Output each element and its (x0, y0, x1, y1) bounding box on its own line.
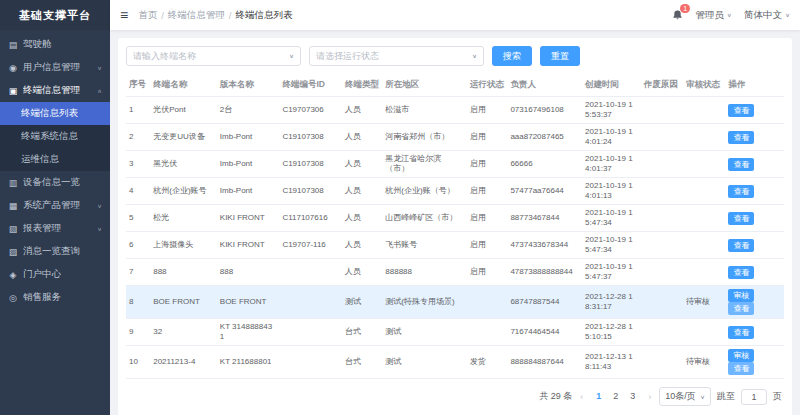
cell-reason (641, 346, 683, 379)
cell-terminal_id: C117107616 (279, 205, 342, 232)
cell-audit (683, 97, 725, 124)
sidebar-item-report[interactable]: ▧报表管理∨ (0, 217, 110, 240)
cell-name: 上海摄像头 (150, 232, 217, 259)
cell-owner: 68747887544 (507, 286, 582, 319)
hamburger-menu-icon[interactable]: ≡ (120, 8, 128, 22)
table-row[interactable]: 3黑光伏Imb-PontC19107308人员黑龙江省哈尔滨（市）启用66666… (126, 151, 784, 178)
sidebar-item-users[interactable]: ◉用户信息管理∨ (0, 56, 110, 79)
column-header: 终端类型 (342, 74, 382, 97)
view-button[interactable]: 查看 (728, 131, 754, 144)
cell-type: 人员 (342, 232, 382, 259)
cell-area: 测试 (382, 319, 467, 346)
cell-owner: 888884887644 (507, 346, 582, 379)
table-row[interactable]: 1020211213-4KT 211688801台式测试发货8888848876… (126, 346, 784, 379)
cell-owner: 57477aa76644 (507, 178, 582, 205)
view-button[interactable]: 查看 (728, 362, 754, 375)
cell-type: 人员 (342, 178, 382, 205)
cell-area: 黑龙江省哈尔滨（市） (382, 151, 467, 178)
cell-status: 启用 (467, 259, 507, 286)
cell-created: 2021-12-28 15:10:15 (582, 319, 641, 346)
cell-audit (683, 259, 725, 286)
cell-version: KIKI FRONT (217, 232, 280, 259)
sidebar-item-dashboard[interactable]: ▤驾驶舱 (0, 33, 110, 56)
notification-bell-icon[interactable]: 1 (672, 9, 683, 21)
cell-no: 9 (126, 319, 150, 346)
user-menu[interactable]: 管理员 ∨ (695, 9, 732, 22)
chevron-down-icon: ∨ (289, 53, 294, 59)
view-button[interactable]: 查看 (728, 326, 754, 339)
view-button[interactable]: 查看 (728, 185, 754, 198)
terminal-name-select[interactable]: 请输入终端名称 ∨ (126, 46, 301, 66)
terminal-list-card: 请输入终端名称 ∨ 请选择运行状态 ∨ 搜索 重置 (118, 38, 792, 415)
cell-created: 2021-10-19 15:47:34 (582, 232, 641, 259)
cell-version: Imb-Pont (217, 151, 280, 178)
jump-page-input[interactable] (741, 389, 767, 405)
sidebar-subitem[interactable]: 终端信息列表 (0, 102, 110, 125)
sidebar-item-label: 门户中心 (23, 268, 61, 281)
cell-area: 山西峰峰矿区（市） (382, 205, 467, 232)
message-icon: ▨ (8, 247, 18, 257)
table-row[interactable]: 2无变更UU设备Imb-PontC19107308人员河南省郑州（市）启用aaa… (126, 124, 784, 151)
sidebar-item-device[interactable]: ▥设备信息一览 (0, 171, 110, 194)
table-row[interactable]: 8BOE FRONTBOE FRONT测试测试(特殊专用场景)687478875… (126, 286, 784, 319)
terminal-icon: ▣ (8, 86, 18, 96)
cell-type: 测试 (342, 286, 382, 319)
cell-status: 启用 (467, 151, 507, 178)
view-button[interactable]: 查看 (728, 158, 754, 171)
cell-created: 2021-10-19 14:01:24 (582, 124, 641, 151)
sales-icon: ◎ (8, 293, 18, 303)
terminal-name-placeholder: 请输入终端名称 (133, 50, 196, 63)
run-status-select[interactable]: 请选择运行状态 ∨ (309, 46, 484, 66)
prev-page-icon[interactable]: ‹ (578, 392, 585, 402)
topbar-right: 1 管理员 ∨ 简体中文 ∨ (672, 9, 790, 22)
cell-owner: 073167496108 (507, 97, 582, 124)
cell-area: 飞书账号 (382, 232, 467, 259)
table-row[interactable]: 932KT 3148888431台式测试716744645442021-12-2… (126, 319, 784, 346)
table-row[interactable]: 6上海摄像头KIKI FRONTC19707-116人员飞书账号启用473743… (126, 232, 784, 259)
cell-terminal_id: C19107308 (279, 151, 342, 178)
cell-area: 测试(特殊专用场景) (382, 286, 467, 319)
view-button[interactable]: 查看 (728, 104, 754, 117)
cell-terminal_id: C19707-116 (279, 232, 342, 259)
view-button[interactable]: 查看 (728, 239, 754, 252)
app-root: 基础支撑平台 ▤驾驶舱◉用户信息管理∨▣终端信息管理∧终端信息列表终端系统信息运… (0, 0, 800, 415)
audit-button[interactable]: 审核 (728, 349, 754, 362)
user-menu-label: 管理员 (695, 9, 724, 22)
cell-owner: 71674464544 (507, 319, 582, 346)
sidebar-item-product[interactable]: ▦系统产品管理∨ (0, 194, 110, 217)
content: 请输入终端名称 ∨ 请选择运行状态 ∨ 搜索 重置 (110, 30, 800, 415)
table-row[interactable]: 7888888人员888888启用478738888888442021-10-1… (126, 259, 784, 286)
page-button-2[interactable]: 2 (608, 389, 623, 404)
sidebar-item-message[interactable]: ▨消息一览查询 (0, 240, 110, 263)
sidebar-item-portal[interactable]: ◈门户中心 (0, 263, 110, 286)
breadcrumb-item[interactable]: 终端信息管理 (168, 9, 225, 22)
audit-button[interactable]: 审核 (728, 289, 754, 302)
view-button[interactable]: 查看 (728, 212, 754, 225)
sidebar-subitem[interactable]: 终端系统信息 (0, 125, 110, 148)
table-row[interactable]: 4杭州(企业)账号Imb-PontC19107308人员杭州(企业)账（号）启用… (126, 178, 784, 205)
sidebar-subitem[interactable]: 运维信息 (0, 148, 110, 171)
page-button-3[interactable]: 3 (625, 389, 640, 404)
pagination: 共 29 条 ‹ 123 › 10条/页 ∨ 跳至 页 (126, 379, 784, 408)
sidebar-item-sales[interactable]: ◎销售服务 (0, 286, 110, 309)
cell-terminal_id: C19707306 (279, 97, 342, 124)
language-select[interactable]: 简体中文 ∨ (744, 9, 790, 22)
page-size-select[interactable]: 10条/页 ∨ (659, 387, 711, 406)
table-row[interactable]: 1光伏Pont2台C19707306人员松滋市启用073167496108202… (126, 97, 784, 124)
cell-version: KT 211688801 (217, 346, 280, 379)
reset-button[interactable]: 重置 (540, 46, 580, 66)
breadcrumb-item[interactable]: 首页 (138, 9, 157, 22)
table-row[interactable]: 5松光KIKI FRONTC117107616人员山西峰峰矿区（市）启用8877… (126, 205, 784, 232)
view-button[interactable]: 查看 (728, 266, 754, 279)
next-page-icon[interactable]: › (646, 392, 653, 402)
search-button[interactable]: 搜索 (492, 46, 532, 66)
cell-name: 888 (150, 259, 217, 286)
page-button-1[interactable]: 1 (591, 389, 606, 404)
cell-owner: aaa872087465 (507, 124, 582, 151)
cell-audit: 待审核 (683, 286, 725, 319)
sidebar-item-terminal[interactable]: ▣终端信息管理∧ (0, 79, 110, 102)
column-header: 审核状态 (683, 74, 725, 97)
view-button[interactable]: 查看 (728, 302, 754, 315)
cell-name: 无变更UU设备 (150, 124, 217, 151)
cell-status: 启用 (467, 124, 507, 151)
